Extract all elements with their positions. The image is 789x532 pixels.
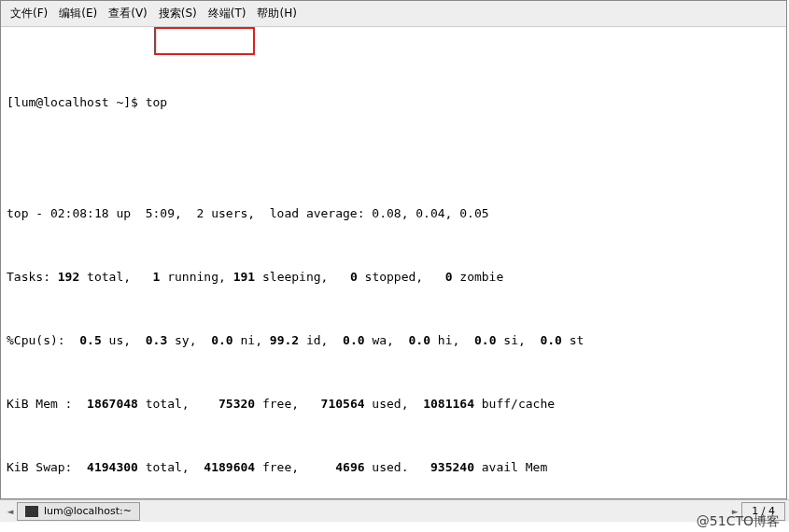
menu-search[interactable]: 搜索(S) [155,4,201,23]
command-text: top [146,95,167,109]
top-summary-line1: top - 02:08:18 up 5:09, 2 users, load av… [7,205,781,221]
scroll-left-icon[interactable]: ◄ [4,501,17,522]
taskbar-entry[interactable]: lum@localhost:~ [17,502,140,521]
top-summary-tasks: Tasks: 192 total, 1 running, 191 sleepin… [7,269,781,285]
terminal-icon [25,506,38,517]
menu-help[interactable]: 帮助(H) [253,4,300,23]
prompt-line: [lum@localhost ~]$ top [7,94,781,110]
menu-view[interactable]: 查看(V) [105,4,151,23]
top-summary-cpu: %Cpu(s): 0.5 us, 0.3 sy, 0.0 ni, 99.2 id… [7,332,781,348]
menu-terminal[interactable]: 终端(T) [204,4,250,23]
top-summary-swap: KiB Swap: 4194300 total, 4189604 free, 4… [7,459,781,475]
terminal-window: 文件(F) 编辑(E) 查看(V) 搜索(S) 终端(T) 帮助(H) [lum… [0,0,787,499]
highlight-box [154,27,255,55]
top-summary-mem: KiB Mem : 1867048 total, 75320 free, 710… [7,396,781,412]
watermark: @51CTO博客 [697,513,780,530]
menu-file[interactable]: 文件(F) [7,4,51,23]
taskbar-title: lum@localhost:~ [44,505,132,517]
taskbar: ◄ lum@localhost:~ ► 1 / 4 [0,499,789,522]
menu-edit[interactable]: 编辑(E) [55,4,101,23]
prompt-text: [lum@localhost ~]$ [7,95,146,109]
menubar: 文件(F) 编辑(E) 查看(V) 搜索(S) 终端(T) 帮助(H) [1,1,786,27]
terminal-area[interactable]: [lum@localhost ~]$ top top - 02:08:18 up… [1,27,786,532]
